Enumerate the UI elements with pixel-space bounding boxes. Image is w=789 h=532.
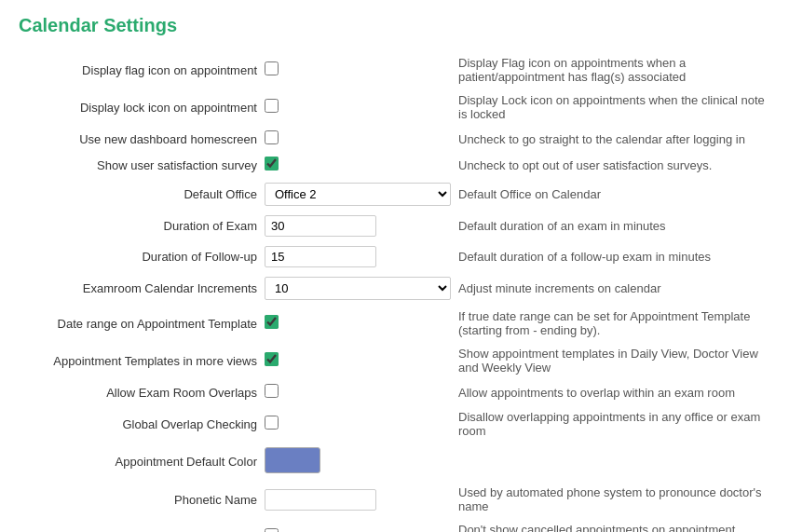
control-templates-more-views[interactable] bbox=[261, 342, 455, 379]
desc-duration-exam: Default duration of an exam in minutes bbox=[455, 211, 770, 241]
label-allow-overlap: Allow Exam Room Overlaps bbox=[19, 379, 261, 405]
control-allow-overlap[interactable] bbox=[261, 379, 455, 405]
desc-date-range: If true date range can be set for Appoin… bbox=[455, 305, 770, 342]
label-satisfaction-survey: Show user satisfaction survey bbox=[19, 152, 261, 178]
control-duration-followup[interactable] bbox=[261, 241, 455, 272]
table-row: Global Overlap CheckingDisallow overlapp… bbox=[19, 405, 770, 443]
label-templates-more-views: Appointment Templates in more views bbox=[19, 342, 261, 379]
desc-hide-cancelled: Don't show cancelled appointments on app… bbox=[455, 518, 770, 532]
desc-display-lock-icon: Display Lock icon on appointments when t… bbox=[455, 89, 770, 126]
checkbox-allow-overlap[interactable] bbox=[265, 384, 279, 398]
control-global-overlap[interactable] bbox=[261, 405, 455, 443]
checkbox-display-flag-icon[interactable] bbox=[265, 61, 279, 75]
table-row: Date range on Appointment TemplateIf tru… bbox=[19, 305, 770, 342]
table-row: Duration of Follow-upDefault duration of… bbox=[19, 241, 770, 272]
table-row: Phonetic NameUsed by automated phone sys… bbox=[19, 481, 770, 518]
desc-default-office: Default Office on Calendar bbox=[455, 178, 770, 211]
control-phonetic-name[interactable] bbox=[261, 481, 455, 518]
table-row: Examroom Calendar Increments510152030Adj… bbox=[19, 272, 770, 305]
label-default-color: Appointment Default Color bbox=[19, 443, 261, 481]
color-swatch-default-color[interactable] bbox=[265, 447, 320, 473]
label-duration-followup: Duration of Follow-up bbox=[19, 241, 261, 272]
table-row: Appointment Templates in more viewsShow … bbox=[19, 342, 770, 379]
select-default-office[interactable]: Office 1Office 2Office 3 bbox=[265, 183, 451, 206]
table-row: Appointment Default Color bbox=[19, 443, 770, 481]
table-row: Show user satisfaction surveyUncheck to … bbox=[19, 152, 770, 178]
desc-default-color bbox=[455, 443, 770, 481]
table-row: Duration of ExamDefault duration of an e… bbox=[19, 211, 770, 241]
label-global-overlap: Global Overlap Checking bbox=[19, 405, 261, 443]
desc-allow-overlap: Allow appointments to overlap within an … bbox=[455, 379, 770, 405]
control-satisfaction-survey[interactable] bbox=[261, 152, 455, 178]
control-default-office[interactable]: Office 1Office 2Office 3 bbox=[261, 178, 455, 211]
table-row: Allow Exam Room OverlapsAllow appointmen… bbox=[19, 379, 770, 405]
control-date-range[interactable] bbox=[261, 305, 455, 342]
label-examroom-increments: Examroom Calendar Increments bbox=[19, 272, 261, 305]
label-default-office: Default Office bbox=[19, 178, 261, 211]
table-row: Default OfficeOffice 1Office 2Office 3De… bbox=[19, 178, 770, 211]
label-display-flag-icon: Display flag icon on appointment bbox=[19, 51, 261, 89]
control-examroom-increments[interactable]: 510152030 bbox=[261, 272, 455, 305]
input-duration-followup[interactable] bbox=[265, 246, 376, 267]
checkbox-new-dashboard[interactable] bbox=[265, 130, 279, 144]
control-default-color[interactable] bbox=[261, 443, 455, 481]
desc-duration-followup: Default duration of a follow-up exam in … bbox=[455, 241, 770, 272]
checkbox-satisfaction-survey[interactable] bbox=[265, 157, 279, 171]
table-row: Hide cancelled appointmentsDon't show ca… bbox=[19, 518, 770, 532]
input-phonetic-name[interactable] bbox=[265, 489, 376, 511]
checkbox-hide-cancelled[interactable] bbox=[265, 528, 279, 532]
checkbox-templates-more-views[interactable] bbox=[265, 352, 279, 366]
label-new-dashboard: Use new dashboard homescreen bbox=[19, 126, 261, 152]
page-title: Calendar Settings bbox=[19, 15, 770, 36]
desc-satisfaction-survey: Uncheck to opt out of user satisfaction … bbox=[455, 152, 770, 178]
desc-global-overlap: Disallow overlapping appointments in any… bbox=[455, 405, 770, 443]
label-hide-cancelled: Hide cancelled appointments bbox=[19, 518, 261, 532]
label-display-lock-icon: Display lock icon on appointment bbox=[19, 89, 261, 126]
desc-display-flag-icon: Display Flag icon on appointments when a… bbox=[455, 51, 770, 89]
input-duration-exam[interactable] bbox=[265, 215, 376, 237]
table-row: Display flag icon on appointmentDisplay … bbox=[19, 51, 770, 89]
desc-new-dashboard: Uncheck to go straight to the calendar a… bbox=[455, 126, 770, 152]
label-date-range: Date range on Appointment Template bbox=[19, 305, 261, 342]
table-row: Display lock icon on appointmentDisplay … bbox=[19, 89, 770, 126]
label-phonetic-name: Phonetic Name bbox=[19, 481, 261, 518]
select-examroom-increments[interactable]: 510152030 bbox=[265, 277, 451, 300]
checkbox-global-overlap[interactable] bbox=[265, 416, 279, 430]
control-display-lock-icon[interactable] bbox=[261, 89, 455, 126]
control-display-flag-icon[interactable] bbox=[261, 51, 455, 89]
control-duration-exam[interactable] bbox=[261, 211, 455, 241]
settings-table: Display flag icon on appointmentDisplay … bbox=[19, 51, 770, 532]
control-hide-cancelled[interactable] bbox=[261, 518, 455, 532]
desc-examroom-increments: Adjust minute increments on calendar bbox=[455, 272, 770, 305]
checkbox-display-lock-icon[interactable] bbox=[265, 99, 279, 113]
desc-phonetic-name: Used by automated phone system to pronou… bbox=[455, 481, 770, 518]
table-row: Use new dashboard homescreenUncheck to g… bbox=[19, 126, 770, 152]
checkbox-date-range[interactable] bbox=[265, 315, 279, 329]
label-duration-exam: Duration of Exam bbox=[19, 211, 261, 241]
desc-templates-more-views: Show appointment templates in Daily View… bbox=[455, 342, 770, 379]
control-new-dashboard[interactable] bbox=[261, 126, 455, 152]
